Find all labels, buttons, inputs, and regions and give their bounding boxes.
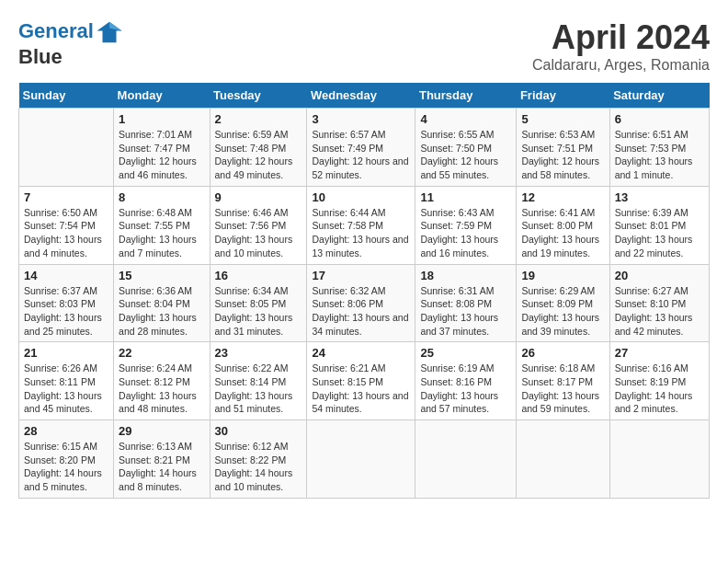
table-row <box>609 420 709 499</box>
day-number: 6 <box>615 112 704 126</box>
day-info: Sunrise: 6:24 AMSunset: 8:12 PMDaylight:… <box>119 362 204 416</box>
day-info: Sunrise: 6:15 AMSunset: 8:20 PMDaylight:… <box>24 440 108 494</box>
table-row <box>307 420 415 499</box>
day-info: Sunrise: 6:57 AMSunset: 7:49 PMDaylight:… <box>312 128 410 182</box>
table-row: 1Sunrise: 7:01 AMSunset: 7:47 PMDaylight… <box>114 109 210 187</box>
table-row: 14Sunrise: 6:37 AMSunset: 8:03 PMDayligh… <box>19 264 114 342</box>
table-row: 28Sunrise: 6:15 AMSunset: 8:20 PMDayligh… <box>19 420 114 499</box>
table-row: 7Sunrise: 6:50 AMSunset: 7:54 PMDaylight… <box>19 186 114 264</box>
day-info: Sunrise: 6:32 AMSunset: 8:06 PMDaylight:… <box>312 284 410 339</box>
day-number: 12 <box>521 190 604 204</box>
day-info: Sunrise: 6:19 AMSunset: 8:16 PMDaylight:… <box>420 362 511 416</box>
day-number: 30 <box>215 424 302 438</box>
header-wednesday: Wednesday <box>307 83 415 109</box>
calendar-table: Sunday Monday Tuesday Wednesday Thursday… <box>18 83 710 499</box>
day-number: 24 <box>312 346 410 360</box>
day-info: Sunrise: 6:29 AMSunset: 8:09 PMDaylight:… <box>521 284 604 339</box>
calendar-week-row: 14Sunrise: 6:37 AMSunset: 8:03 PMDayligh… <box>19 264 710 342</box>
day-info: Sunrise: 6:18 AMSunset: 8:17 PMDaylight:… <box>521 362 604 416</box>
day-number: 27 <box>615 346 704 360</box>
day-info: Sunrise: 6:21 AMSunset: 8:15 PMDaylight:… <box>312 362 410 416</box>
header-saturday: Saturday <box>609 83 709 109</box>
table-row <box>415 420 517 499</box>
day-info: Sunrise: 6:13 AMSunset: 8:21 PMDaylight:… <box>119 440 204 494</box>
day-info: Sunrise: 6:53 AMSunset: 7:51 PMDaylight:… <box>521 128 604 182</box>
day-info: Sunrise: 6:39 AMSunset: 8:01 PMDaylight:… <box>615 206 704 260</box>
day-info: Sunrise: 6:34 AMSunset: 8:05 PMDaylight:… <box>215 284 302 339</box>
day-info: Sunrise: 6:59 AMSunset: 7:48 PMDaylight:… <box>215 128 302 182</box>
day-number: 21 <box>24 346 108 360</box>
day-info: Sunrise: 6:46 AMSunset: 7:56 PMDaylight:… <box>215 206 302 260</box>
calendar-week-row: 28Sunrise: 6:15 AMSunset: 8:20 PMDayligh… <box>19 420 710 499</box>
table-row: 13Sunrise: 6:39 AMSunset: 8:01 PMDayligh… <box>609 186 709 264</box>
table-row: 18Sunrise: 6:31 AMSunset: 8:08 PMDayligh… <box>415 264 517 342</box>
day-number: 4 <box>420 112 511 126</box>
logo: General Blue <box>18 18 123 68</box>
day-number: 8 <box>119 190 204 204</box>
calendar-week-row: 1Sunrise: 7:01 AMSunset: 7:47 PMDaylight… <box>19 109 710 187</box>
table-row: 5Sunrise: 6:53 AMSunset: 7:51 PMDaylight… <box>517 109 609 187</box>
table-row: 15Sunrise: 6:36 AMSunset: 8:04 PMDayligh… <box>114 264 210 342</box>
day-number: 10 <box>312 190 410 204</box>
calendar-week-row: 21Sunrise: 6:26 AMSunset: 8:11 PMDayligh… <box>19 342 710 420</box>
table-row: 11Sunrise: 6:43 AMSunset: 7:59 PMDayligh… <box>415 186 517 264</box>
day-number: 19 <box>521 269 604 282</box>
day-info: Sunrise: 6:16 AMSunset: 8:19 PMDaylight:… <box>615 362 704 416</box>
day-number: 3 <box>312 112 410 126</box>
day-number: 11 <box>420 190 511 204</box>
table-row: 6Sunrise: 6:51 AMSunset: 7:53 PMDaylight… <box>609 109 709 187</box>
day-info: Sunrise: 6:55 AMSunset: 7:50 PMDaylight:… <box>420 128 511 182</box>
day-info: Sunrise: 6:44 AMSunset: 7:58 PMDaylight:… <box>312 206 410 260</box>
day-number: 14 <box>24 269 108 282</box>
day-number: 17 <box>312 269 410 282</box>
header-sunday: Sunday <box>19 83 114 109</box>
day-number: 20 <box>615 269 704 282</box>
day-number: 1 <box>119 112 204 126</box>
table-row: 23Sunrise: 6:22 AMSunset: 8:14 PMDayligh… <box>210 342 307 420</box>
day-number: 15 <box>119 269 204 282</box>
day-info: Sunrise: 6:37 AMSunset: 8:03 PMDaylight:… <box>24 284 108 339</box>
table-row: 12Sunrise: 6:41 AMSunset: 8:00 PMDayligh… <box>517 186 609 264</box>
table-row: 26Sunrise: 6:18 AMSunset: 8:17 PMDayligh… <box>517 342 609 420</box>
header-thursday: Thursday <box>415 83 517 109</box>
day-number: 23 <box>215 346 302 360</box>
title-block: April 2024 Caldararu, Arges, Romania <box>532 18 710 74</box>
day-info: Sunrise: 6:41 AMSunset: 8:00 PMDaylight:… <box>521 206 604 260</box>
day-number: 28 <box>24 424 108 438</box>
table-row <box>517 420 609 499</box>
day-info: Sunrise: 6:43 AMSunset: 7:59 PMDaylight:… <box>420 206 511 260</box>
day-info: Sunrise: 6:22 AMSunset: 8:14 PMDaylight:… <box>215 362 302 416</box>
day-number: 2 <box>215 112 302 126</box>
day-number: 7 <box>24 190 108 204</box>
day-info: Sunrise: 6:31 AMSunset: 8:08 PMDaylight:… <box>420 284 511 339</box>
table-row: 22Sunrise: 6:24 AMSunset: 8:12 PMDayligh… <box>114 342 210 420</box>
table-row: 29Sunrise: 6:13 AMSunset: 8:21 PMDayligh… <box>114 420 210 499</box>
table-row: 17Sunrise: 6:32 AMSunset: 8:06 PMDayligh… <box>307 264 415 342</box>
table-row: 9Sunrise: 6:46 AMSunset: 7:56 PMDaylight… <box>210 186 307 264</box>
logo-text: General Blue <box>18 18 123 68</box>
calendar-header-row: Sunday Monday Tuesday Wednesday Thursday… <box>19 83 710 109</box>
table-row: 10Sunrise: 6:44 AMSunset: 7:58 PMDayligh… <box>307 186 415 264</box>
table-row: 19Sunrise: 6:29 AMSunset: 8:09 PMDayligh… <box>517 264 609 342</box>
header-tuesday: Tuesday <box>210 83 307 109</box>
day-number: 16 <box>215 269 302 282</box>
day-number: 22 <box>119 346 204 360</box>
day-number: 5 <box>521 112 604 126</box>
table-row: 27Sunrise: 6:16 AMSunset: 8:19 PMDayligh… <box>609 342 709 420</box>
day-info: Sunrise: 6:50 AMSunset: 7:54 PMDaylight:… <box>24 206 108 260</box>
calendar-week-row: 7Sunrise: 6:50 AMSunset: 7:54 PMDaylight… <box>19 186 710 264</box>
header-monday: Monday <box>114 83 210 109</box>
day-number: 26 <box>521 346 604 360</box>
table-row: 2Sunrise: 6:59 AMSunset: 7:48 PMDaylight… <box>210 109 307 187</box>
table-row: 3Sunrise: 6:57 AMSunset: 7:49 PMDaylight… <box>307 109 415 187</box>
table-row: 21Sunrise: 6:26 AMSunset: 8:11 PMDayligh… <box>19 342 114 420</box>
day-info: Sunrise: 6:51 AMSunset: 7:53 PMDaylight:… <box>615 128 704 182</box>
table-row: 30Sunrise: 6:12 AMSunset: 8:22 PMDayligh… <box>210 420 307 499</box>
header-friday: Friday <box>517 83 609 109</box>
table-row: 8Sunrise: 6:48 AMSunset: 7:55 PMDaylight… <box>114 186 210 264</box>
calendar-subtitle: Caldararu, Arges, Romania <box>532 57 710 74</box>
calendar-title: April 2024 <box>532 18 710 57</box>
table-row: 4Sunrise: 6:55 AMSunset: 7:50 PMDaylight… <box>415 109 517 187</box>
day-number: 29 <box>119 424 204 438</box>
day-number: 18 <box>420 269 511 282</box>
